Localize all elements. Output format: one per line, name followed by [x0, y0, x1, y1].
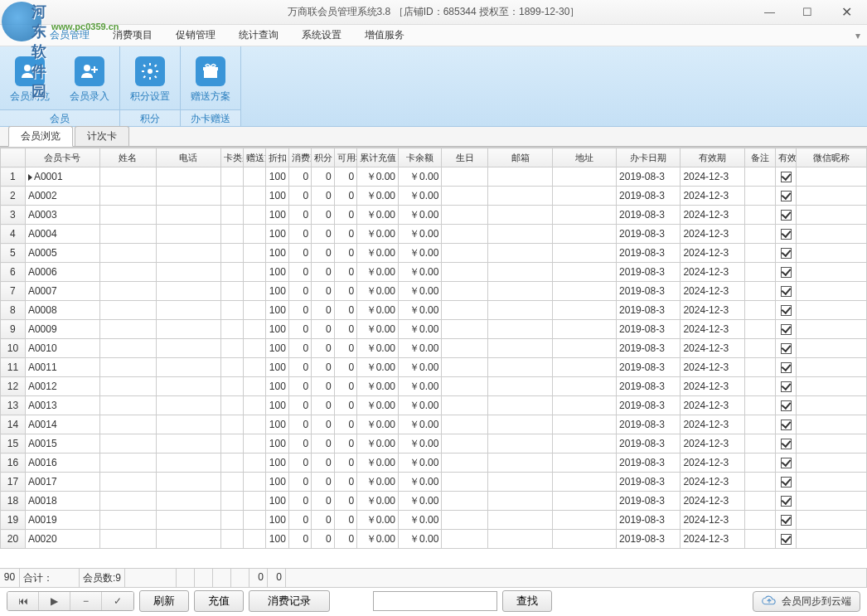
col-header[interactable]: 积分 [312, 148, 334, 167]
cell-valid[interactable] [776, 339, 797, 358]
ribbon-btn-赠送方案[interactable]: 赠送方案 [181, 50, 240, 109]
cell-card[interactable]: A0018 [25, 492, 99, 511]
col-header[interactable]: 地址 [552, 148, 616, 167]
cell-card[interactable]: A0008 [25, 301, 99, 320]
cell-valid[interactable] [776, 187, 797, 206]
col-header[interactable]: 姓名 [99, 148, 157, 167]
col-header[interactable]: 有效期 [681, 148, 744, 167]
ribbon-btn-会员录入[interactable]: 会员录入 [60, 50, 119, 109]
cell-valid[interactable] [776, 377, 797, 396]
col-header[interactable]: 折扣 [266, 148, 288, 167]
col-header[interactable]: 邮箱 [488, 148, 552, 167]
cell-card[interactable]: A0017 [25, 473, 99, 492]
menu-member-mgmt[interactable]: 会员管理 [50, 28, 90, 42]
table-row[interactable]: 10A0010100000￥0.00￥0.002019-08-32024-12-… [1, 339, 867, 358]
col-header[interactable]: 有效 [776, 148, 797, 167]
cell-card[interactable]: A0010 [25, 339, 99, 358]
cell-valid[interactable] [776, 511, 797, 530]
cell-card[interactable]: A0009 [25, 320, 99, 339]
table-row[interactable]: 19A0019100000￥0.00￥0.002019-08-32024-12-… [1, 511, 867, 530]
table-row[interactable]: 13A0013100000￥0.00￥0.002019-08-32024-12-… [1, 396, 867, 415]
col-header[interactable]: 办卡日期 [617, 148, 681, 167]
col-header[interactable]: 赠送方案 [244, 148, 266, 167]
cell-valid[interactable] [776, 434, 797, 454]
cell-card[interactable]: A0013 [25, 396, 99, 415]
nav-delete-icon[interactable]: − [70, 592, 102, 610]
nav-first-icon[interactable]: ⏮ [7, 592, 39, 610]
menu-promotion[interactable]: 促销管理 [176, 28, 216, 42]
table-row[interactable]: 7A0007100000￥0.00￥0.002019-08-32024-12-3 [1, 282, 867, 301]
cell-valid[interactable] [776, 282, 797, 301]
ribbon-btn-会员浏览[interactable]: 会员浏览 [0, 50, 60, 109]
table-row[interactable]: 1A0001100000￥0.00￥0.002019-08-32024-12-3 [1, 167, 867, 187]
cell-valid[interactable] [776, 225, 797, 244]
cell-valid[interactable] [776, 473, 797, 492]
search-input[interactable] [373, 591, 497, 611]
cell-card[interactable]: A0016 [25, 454, 99, 473]
cell-card[interactable]: A0015 [25, 434, 99, 454]
cell-valid[interactable] [776, 263, 797, 282]
refresh-button[interactable]: 刷新 [139, 590, 189, 612]
nav-confirm-icon[interactable]: ✓ [102, 592, 133, 610]
cell-valid[interactable] [776, 206, 797, 225]
col-header[interactable]: 卡余额 [399, 148, 442, 167]
cell-valid[interactable] [776, 358, 797, 377]
menu-consume-items[interactable]: 消费项目 [113, 28, 153, 42]
cell-valid[interactable] [776, 530, 797, 549]
tab-count-card[interactable]: 计次卡 [75, 126, 129, 146]
col-header[interactable]: 电话 [157, 148, 220, 167]
sync-cloud-button[interactable]: 会员同步到云端 [753, 591, 860, 612]
table-row[interactable]: 15A0015100000￥0.00￥0.002019-08-32024-12-… [1, 434, 867, 454]
cell-card[interactable]: A0001 [25, 167, 99, 187]
cell-valid[interactable] [776, 492, 797, 511]
maximize-button[interactable]: ☐ [788, 1, 826, 24]
search-button[interactable]: 查找 [502, 590, 552, 612]
minimize-button[interactable]: — [751, 1, 788, 24]
table-row[interactable]: 2A0002100000￥0.00￥0.002019-08-32024-12-3 [1, 187, 867, 206]
cell-valid[interactable] [776, 396, 797, 415]
table-row[interactable]: 16A0016100000￥0.00￥0.002019-08-32024-12-… [1, 454, 867, 473]
menu-overflow-icon[interactable]: ▾ [855, 30, 860, 41]
cell-card[interactable]: A0004 [25, 225, 99, 244]
table-row[interactable]: 12A0012100000￥0.00￥0.002019-08-32024-12-… [1, 377, 867, 396]
recharge-button[interactable]: 充值 [194, 590, 244, 612]
table-row[interactable]: 6A0006100000￥0.00￥0.002019-08-32024-12-3 [1, 263, 867, 282]
close-button[interactable]: ✕ [826, 1, 867, 24]
cell-card[interactable]: A0020 [25, 530, 99, 549]
cell-valid[interactable] [776, 301, 797, 320]
cell-card[interactable]: A0011 [25, 358, 99, 377]
col-header[interactable]: 卡类别 [220, 148, 243, 167]
table-row[interactable]: 5A0005100000￥0.00￥0.002019-08-32024-12-3 [1, 244, 867, 263]
col-header[interactable]: 备注 [744, 148, 775, 167]
table-row[interactable]: 4A0004100000￥0.00￥0.002019-08-32024-12-3 [1, 225, 867, 244]
menu-value-added[interactable]: 增值服务 [365, 28, 404, 42]
cell-valid[interactable] [776, 415, 797, 434]
table-row[interactable]: 8A0008100000￥0.00￥0.002019-08-32024-12-3 [1, 301, 867, 320]
table-row[interactable]: 11A0011100000￥0.00￥0.002019-08-32024-12-… [1, 358, 867, 377]
table-row[interactable]: 3A0003100000￥0.00￥0.002019-08-32024-12-3 [1, 206, 867, 225]
col-header[interactable]: 微信昵称 [797, 148, 867, 167]
cell-card[interactable]: A0003 [25, 206, 99, 225]
table-row[interactable]: 9A0009100000￥0.00￥0.002019-08-32024-12-3 [1, 320, 867, 339]
cell-valid[interactable] [776, 320, 797, 339]
cell-card[interactable]: A0019 [25, 511, 99, 530]
cell-valid[interactable] [776, 454, 797, 473]
col-header[interactable]: 消费次数 [288, 148, 311, 167]
table-row[interactable]: 18A0018100000￥0.00￥0.002019-08-32024-12-… [1, 492, 867, 511]
menu-system-settings[interactable]: 系统设置 [302, 28, 341, 42]
cell-card[interactable]: A0002 [25, 187, 99, 206]
tab-member-browse[interactable]: 会员浏览 [8, 126, 73, 147]
nav-next-icon[interactable]: ▶ [39, 592, 70, 610]
table-row[interactable]: 17A0017100000￥0.00￥0.002019-08-32024-12-… [1, 473, 867, 492]
cell-card[interactable]: A0007 [25, 282, 99, 301]
cell-card[interactable]: A0006 [25, 263, 99, 282]
ribbon-btn-积分设置[interactable]: 积分设置 [120, 50, 180, 109]
cell-card[interactable]: A0014 [25, 415, 99, 434]
cell-card[interactable]: A0012 [25, 377, 99, 396]
cell-valid[interactable] [776, 244, 797, 263]
cell-valid[interactable] [776, 167, 797, 187]
cell-card[interactable]: A0005 [25, 244, 99, 263]
table-row[interactable]: 20A0020100000￥0.00￥0.002019-08-32024-12-… [1, 530, 867, 549]
col-header[interactable]: 累计充值 [357, 148, 399, 167]
col-header[interactable]: 可用积分 [334, 148, 356, 167]
